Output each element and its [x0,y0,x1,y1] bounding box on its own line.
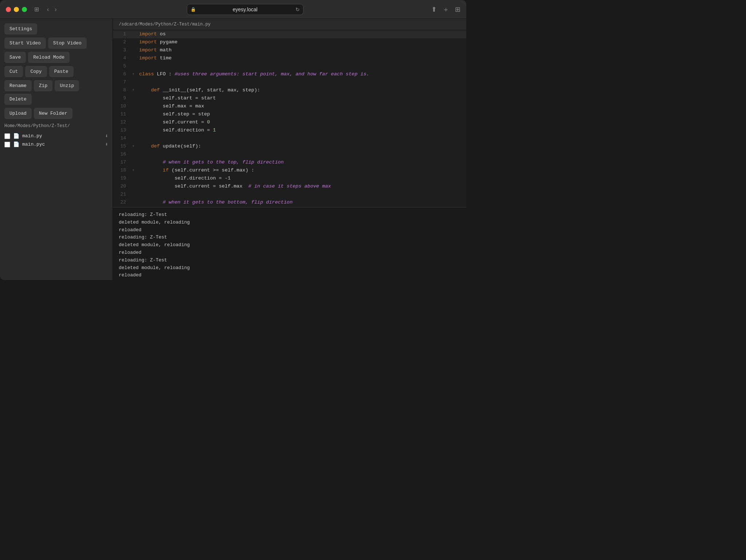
line-number: 2 [113,38,130,46]
code-line: 15 ▾ def update(self): [113,142,466,150]
traffic-lights [6,7,27,12]
main-layout: Settings Start Video Stop Video Save Rel… [0,19,466,280]
sidebar: Settings Start Video Stop Video Save Rel… [0,19,113,280]
stop-video-button[interactable]: Stop Video [48,38,87,49]
file-checkbox-main-py[interactable] [4,133,10,139]
line-number: 7 [113,78,130,86]
code-line: 11 self.step = step [113,110,466,118]
line-number: 22 [113,198,130,206]
line-number: 16 [113,150,130,158]
fold-marker: ▾ [130,142,136,150]
sidebar-toggle-icon[interactable]: ⊞ [34,6,39,13]
refresh-button[interactable]: ↻ [295,7,300,12]
editor-area: /sdcard/Modes/Python/Z-Test/main.py 1 im… [113,19,466,280]
unzip-button[interactable]: Unzip [55,80,79,91]
code-line: 22 # when it gets to the bottom, flip di… [113,198,466,206]
fullscreen-button[interactable] [22,7,27,12]
terminal-line: reloaded [119,272,460,279]
line-content: import math [136,46,466,54]
line-content: self.direction = -1 [136,174,466,182]
code-line: 21 [113,190,466,198]
video-controls-row: Start Video Stop Video [4,38,108,49]
line-number: 1 [113,30,130,38]
code-line: 17 # when it gets to the top, flip direc… [113,158,466,166]
file-icon: 📄 [13,133,19,139]
code-line: 5 [113,62,466,70]
code-line: 14 [113,134,466,142]
line-number: 14 [113,134,130,142]
line-content: import os [136,30,466,38]
terminal-line: deleted module, reloading [119,264,460,272]
rename-button[interactable]: Rename [4,80,32,91]
line-number: 3 [113,46,130,54]
line-content: import time [136,54,466,62]
lock-icon: 🔒 [191,7,196,12]
code-line: 1 import os [113,30,466,38]
line-number: 6 [113,70,130,78]
start-video-button[interactable]: Start Video [4,38,46,49]
list-item[interactable]: 📄 main.pyc ⬇ [4,141,108,147]
address-input[interactable] [187,4,303,15]
download-icon-main-py[interactable]: ⬇ [105,133,108,139]
line-number: 21 [113,190,130,198]
folder-ops-row: Upload New Folder [4,108,108,119]
forward-button[interactable]: › [52,5,59,13]
fold-marker: ▾ [130,166,136,174]
upload-button[interactable]: Upload [4,108,32,119]
line-content: # when it gets to the bottom, flip direc… [136,198,466,206]
line-content: self.step = step [136,110,466,118]
fold-marker: ▾ [130,70,136,78]
share-icon[interactable]: ⬆ [431,5,437,13]
close-button[interactable] [6,7,11,12]
settings-row: Settings [4,23,108,35]
minimize-button[interactable] [14,7,19,12]
line-content: # when it gets to the top, flip directio… [136,158,466,166]
address-bar: 🔒 ↻ [63,4,427,15]
line-content [136,190,466,198]
list-item[interactable]: 📄 main.py ⬇ [4,133,108,139]
download-icon-main-pyc[interactable]: ⬇ [105,141,108,147]
line-number: 12 [113,118,130,126]
titlebar: ⊞ ‹ › 🔒 ↻ ⬆ ＋ ⊞ [0,0,466,19]
tabs-icon[interactable]: ⊞ [455,5,460,13]
new-folder-button[interactable]: New Folder [34,108,72,119]
line-number: 8 [113,86,130,94]
line-content: self.max = max [136,102,466,110]
terminal-line: deleted module, reloading [119,241,460,249]
line-content [136,134,466,142]
new-tab-icon[interactable]: ＋ [443,5,449,14]
code-line: 8 ▾ def __init__(self, start, max, step)… [113,86,466,94]
code-line: 3 import math [113,46,466,54]
line-content [136,62,466,70]
fold-marker: ▾ [130,86,136,94]
code-line: 19 self.direction = -1 [113,174,466,182]
zip-button[interactable]: Zip [34,80,52,91]
settings-button[interactable]: Settings [4,23,37,35]
line-content: class LFO : #uses three arguments: start… [136,70,466,78]
line-number: 11 [113,110,130,118]
current-path: Home/Modes/Python/Z-Test/ [4,123,108,129]
line-content: def __init__(self, start, max, step): [136,86,466,94]
file-checkbox-main-pyc[interactable] [4,142,10,147]
file-name-main-pyc: main.pyc [22,142,102,147]
code-line: 10 self.max = max [113,102,466,110]
line-number: 13 [113,126,130,134]
terminal-line: reloaded [119,249,460,257]
code-line: 2 import pygame [113,38,466,46]
save-button[interactable]: Save [4,52,26,63]
back-button[interactable]: ‹ [45,5,51,13]
terminal-line: reloading: Z-Test [119,257,460,264]
cut-button[interactable]: Cut [4,66,23,77]
line-number: 9 [113,94,130,102]
code-editor[interactable]: 1 import os 2 import pygame 3 import mat… [113,30,466,207]
line-content: import pygame [136,38,466,46]
nav-arrows: ‹ › [45,5,59,13]
line-content [136,150,466,158]
file-name-main-py: main.py [22,133,102,139]
reload-mode-button[interactable]: Reload Mode [28,52,70,63]
paste-button[interactable]: Paste [49,66,74,77]
copy-button[interactable]: Copy [25,66,47,77]
terminal-line: reloading: Z-Test [119,234,460,241]
line-content: if (self.current >= self.max) : [136,166,466,174]
delete-button[interactable]: Delete [4,94,32,105]
